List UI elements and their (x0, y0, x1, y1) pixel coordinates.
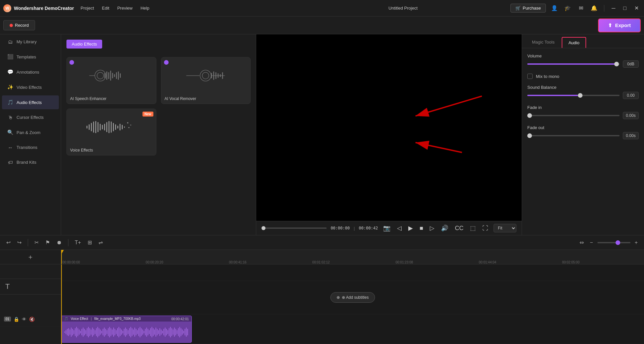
play-btn[interactable]: ▶ (407, 224, 414, 232)
menu-edit[interactable]: Edit (102, 4, 109, 12)
menu-help[interactable]: Help (141, 4, 149, 12)
zoom-out-btn[interactable]: − (588, 239, 594, 246)
mail-icon[interactable]: ✉ (576, 4, 585, 13)
sidebar-item-brand-kits[interactable]: 🏷 Brand Kits (2, 155, 59, 169)
preview-controls: 00:00:00 | 00:00:42 📷 ◁ ▶ ■ ▷ 🔊 CC ⬚ ⛶ F… (256, 221, 522, 235)
svg-rect-51 (71, 327, 72, 337)
waveform-voice: ✦ ✦ ✦ (76, 119, 147, 135)
next-frame-btn[interactable]: ▷ (428, 224, 436, 232)
sidebar-item-transitions[interactable]: ↔ Transitions (2, 141, 59, 154)
export-button[interactable]: ⬆ Export (598, 18, 641, 32)
tab-magic-tools[interactable]: Magic Tools (526, 37, 560, 48)
sidebar-item-pan-zoom[interactable]: 🔍 Pan & Zoom (2, 125, 59, 139)
menu-project[interactable]: Project (81, 4, 94, 12)
effect-label-vocal: AI Vocal Remover (161, 94, 251, 104)
fit-select[interactable]: Fit 50% 100% (494, 224, 516, 232)
crop-btn[interactable]: ⬚ (469, 224, 477, 232)
project-title: Untitled Project (296, 6, 510, 11)
svg-rect-6 (110, 71, 111, 81)
svg-rect-137 (185, 329, 185, 335)
fit-timeline-btn[interactable]: ⇔ (578, 239, 585, 246)
svg-rect-134 (181, 328, 181, 336)
audio-effects-icon: 🎵 (7, 99, 13, 105)
fade-in-slider-track[interactable] (527, 115, 620, 116)
brand-kits-icon: 🏷 (7, 159, 13, 165)
visibility-btn[interactable]: 👁 (22, 317, 26, 322)
fade-out-slider-track[interactable] (527, 135, 620, 136)
close-button[interactable]: ✕ (632, 5, 641, 11)
sidebar-item-video-effects[interactable]: ✨ Video Effects (2, 80, 59, 94)
zoom-track[interactable] (597, 242, 630, 243)
sidebar-item-annotations[interactable]: 💬 Annotations (2, 65, 59, 79)
volume-btn[interactable]: 🔊 (440, 224, 450, 232)
sidebar: 🗂 My Library ⬛ Templates 💬 Annotations ✨… (0, 34, 61, 235)
svg-text:✦: ✦ (130, 124, 132, 126)
undo-btn[interactable]: ↩ (5, 239, 12, 246)
svg-rect-109 (148, 329, 148, 335)
svg-rect-110 (149, 330, 150, 334)
title-tl-btn[interactable]: T+ (73, 239, 83, 246)
minimize-button[interactable]: ─ (610, 5, 617, 11)
purchase-button[interactable]: 🛒 Purchase (510, 4, 546, 13)
sidebar-item-my-library[interactable]: 🗂 My Library (2, 35, 59, 49)
svg-rect-87 (119, 327, 119, 337)
add-track-btn[interactable]: ＋ (0, 250, 61, 264)
fullscreen-btn[interactable]: ⛶ (481, 225, 490, 232)
cc-btn[interactable]: CC (454, 225, 465, 232)
sidebar-item-label: Brand Kits (17, 160, 36, 165)
marker-btn[interactable]: ⚑ (44, 239, 52, 246)
audio-track-controls: 01 🔒 👁 🔇 (0, 294, 61, 344)
svg-rect-58 (80, 331, 81, 333)
effect-card-voice-effects[interactable]: New (66, 109, 156, 155)
svg-rect-117 (158, 330, 159, 334)
audio-clip[interactable]: 🎵 Voice Effect | file_example_MP3_700KB.… (61, 316, 192, 343)
sound-balance-slider-track[interactable] (527, 95, 620, 96)
mix-to-mono-checkbox[interactable] (527, 74, 533, 79)
sidebar-item-audio-effects[interactable]: 🎵 Audio Effects (2, 95, 59, 109)
tracks-area: 00:00:00:00 00:00:20:20 00:00:41:16 00:0… (61, 250, 644, 344)
effect-card-vocal-remover[interactable]: AI Vocal Remover (161, 57, 251, 104)
mute-btn[interactable]: 🔇 (29, 317, 35, 322)
volume-slider-track[interactable] (527, 63, 620, 65)
ruler-mark-label-5: 00:01:44:04 (479, 260, 496, 264)
svg-rect-93 (127, 329, 127, 335)
purchase-label: Purchase (523, 6, 541, 11)
svg-rect-100 (136, 329, 137, 335)
lock-btn[interactable]: 🔒 (14, 317, 19, 322)
account-icon[interactable]: 👤 (550, 4, 559, 13)
preview-canvas (256, 34, 522, 221)
svg-rect-90 (123, 331, 123, 333)
svg-rect-105 (142, 329, 143, 335)
record-button[interactable]: Record (3, 20, 35, 30)
sidebar-item-templates[interactable]: ⬛ Templates (2, 50, 59, 64)
audio-effect-icon: 🎵 (64, 317, 68, 321)
svg-rect-69 (95, 330, 96, 334)
sound-balance-label: Sound Balance (527, 85, 639, 90)
transition-tl-btn[interactable]: ⇌ (97, 239, 104, 246)
menu-preview[interactable]: Preview (117, 4, 133, 12)
effect-card-speech-enhancer[interactable]: AI Speech Enhancer (66, 57, 156, 104)
ruler-marks: 00:00:00:00 00:00:20:20 00:00:41:16 00:0… (61, 250, 644, 264)
sidebar-item-cursor-effects[interactable]: 🖱 Cursor Effects (2, 111, 59, 124)
tab-audio[interactable]: Audio (562, 37, 586, 48)
ruler-mark-label-2: 00:00:41:16 (229, 260, 247, 264)
record-tl-btn[interactable]: ⏺ (55, 239, 63, 246)
ruler-mark-0: 00:00:00:00 (61, 260, 144, 264)
prev-frame-btn[interactable]: ◁ (396, 224, 403, 232)
trim-btn[interactable]: ✂ (33, 239, 40, 246)
stop-btn[interactable]: ■ (418, 225, 424, 232)
audio-effects-tab[interactable]: Audio Effects (66, 40, 102, 49)
screenshot-btn[interactable]: 📷 (382, 224, 392, 232)
maximize-button[interactable]: □ (621, 5, 628, 11)
svg-rect-114 (154, 329, 155, 335)
progress-bar[interactable] (262, 227, 327, 229)
waveform-vocal (170, 67, 241, 84)
redo-btn[interactable]: ↪ (16, 239, 23, 246)
svg-rect-81 (111, 328, 111, 336)
bell-icon[interactable]: 🔔 (589, 4, 599, 13)
graduation-icon[interactable]: 🎓 (563, 4, 572, 13)
svg-rect-34 (113, 123, 114, 131)
add-subtitles-btn[interactable]: ⊕ ⊕ Add subtitles (330, 292, 375, 303)
group-btn[interactable]: ⊞ (86, 239, 94, 246)
zoom-in-btn[interactable]: + (633, 239, 639, 246)
